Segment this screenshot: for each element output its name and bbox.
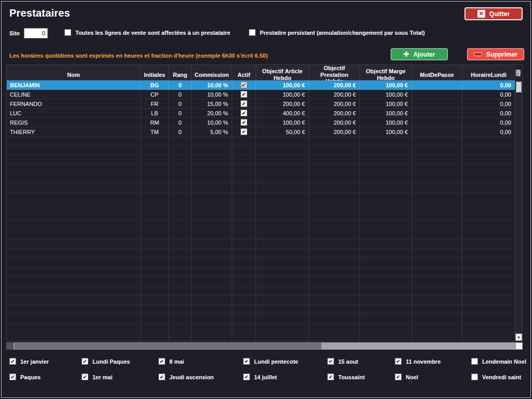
cell-obj_article[interactable] bbox=[256, 155, 309, 164]
table-row[interactable] bbox=[7, 211, 515, 221]
actif-checkbox[interactable]: ✔ bbox=[241, 91, 247, 98]
cell-commission[interactable] bbox=[192, 193, 232, 202]
cell-rang[interactable]: 0 bbox=[169, 118, 192, 127]
holiday-checkbox-noel[interactable]: ✔Noel bbox=[395, 374, 471, 380]
cell-rang[interactable]: 0 bbox=[169, 90, 192, 99]
checkbox-icon[interactable]: ✔ bbox=[158, 358, 165, 365]
cell-motdepasse[interactable] bbox=[412, 240, 462, 248]
table-row[interactable] bbox=[7, 249, 515, 258]
cell-rang[interactable] bbox=[169, 174, 192, 183]
cell-horaire_lundi[interactable] bbox=[462, 202, 515, 211]
cell-actif[interactable] bbox=[232, 305, 256, 314]
cell-rang[interactable] bbox=[169, 211, 192, 220]
cell-obj_article[interactable]: 100,00 € bbox=[256, 81, 309, 89]
cell-motdepasse[interactable] bbox=[412, 286, 462, 295]
cell-rang[interactable] bbox=[169, 146, 192, 155]
cell-obj_marge[interactable] bbox=[360, 314, 412, 323]
cell-rang[interactable] bbox=[169, 305, 192, 314]
table-row[interactable] bbox=[7, 305, 515, 314]
cell-nom[interactable]: THIERRY bbox=[7, 127, 141, 136]
cell-obj_article[interactable]: 400,00 € bbox=[256, 109, 309, 117]
cell-obj_prestation[interactable] bbox=[309, 230, 360, 239]
cell-commission[interactable] bbox=[192, 230, 232, 239]
cell-obj_article[interactable] bbox=[256, 258, 309, 267]
cell-obj_prestation[interactable]: 200,00 € bbox=[309, 127, 360, 136]
cell-initiales[interactable] bbox=[141, 174, 169, 183]
cell-obj_article[interactable] bbox=[256, 277, 309, 286]
cell-rang[interactable] bbox=[169, 249, 192, 258]
cell-horaire_lundi[interactable] bbox=[462, 249, 515, 258]
holiday-checkbox-11-novembre[interactable]: ✔11 novembre bbox=[395, 358, 471, 365]
cell-horaire_lundi[interactable] bbox=[462, 268, 515, 276]
cell-obj_article[interactable] bbox=[256, 314, 309, 323]
cell-nom[interactable] bbox=[7, 155, 141, 164]
cell-obj_marge[interactable] bbox=[360, 221, 412, 230]
cell-actif[interactable] bbox=[232, 221, 256, 230]
cell-commission[interactable]: 15,00 % bbox=[192, 99, 232, 108]
cell-commission[interactable] bbox=[192, 305, 232, 314]
cell-obj_marge[interactable] bbox=[360, 249, 412, 258]
checkbox-icon[interactable]: ✔ bbox=[395, 374, 402, 380]
cell-initiales[interactable] bbox=[141, 193, 169, 202]
cell-obj_prestation[interactable] bbox=[309, 155, 360, 164]
cell-rang[interactable] bbox=[169, 333, 192, 341]
persistent-checkbox[interactable]: Prestatire persistant (annulation/change… bbox=[249, 29, 425, 36]
cell-horaire_lundi[interactable]: 0,00 bbox=[462, 127, 515, 136]
cell-obj_article[interactable] bbox=[256, 230, 309, 239]
table-row[interactable] bbox=[7, 165, 515, 174]
cell-obj_marge[interactable] bbox=[360, 230, 412, 239]
cell-rang[interactable] bbox=[169, 258, 192, 267]
checkbox-icon[interactable]: ✔ bbox=[9, 374, 16, 380]
cell-nom[interactable] bbox=[7, 193, 141, 202]
cell-actif[interactable]: ✔ bbox=[232, 81, 256, 89]
cell-obj_marge[interactable] bbox=[360, 193, 412, 202]
table-row[interactable]: CELINECP010,00 %✔100,00 €200,00 €100,00 … bbox=[7, 90, 515, 99]
cell-obj_marge[interactable] bbox=[360, 183, 412, 192]
cell-nom[interactable] bbox=[7, 268, 141, 276]
checkbox-icon[interactable] bbox=[249, 29, 256, 36]
cell-nom[interactable] bbox=[7, 221, 141, 230]
cell-actif[interactable] bbox=[232, 268, 256, 276]
checkbox-icon[interactable] bbox=[64, 29, 71, 36]
checkbox-icon[interactable]: ✔ bbox=[327, 358, 334, 365]
cell-motdepasse[interactable] bbox=[412, 165, 462, 174]
cell-rang[interactable]: 0 bbox=[169, 127, 192, 136]
cell-nom[interactable] bbox=[7, 277, 141, 286]
cell-commission[interactable]: 10,00 % bbox=[192, 81, 232, 89]
cell-motdepasse[interactable] bbox=[412, 221, 462, 230]
cell-initiales[interactable] bbox=[141, 155, 169, 164]
holiday-checkbox-paques[interactable]: ✔Paques bbox=[9, 374, 82, 380]
cell-obj_marge[interactable] bbox=[360, 324, 412, 332]
cell-commission[interactable] bbox=[192, 258, 232, 267]
cell-initiales[interactable] bbox=[141, 240, 169, 248]
cell-obj_prestation[interactable] bbox=[309, 324, 360, 332]
cell-initiales[interactable] bbox=[141, 221, 169, 230]
checkbox-icon[interactable] bbox=[471, 374, 478, 380]
cell-motdepasse[interactable] bbox=[412, 193, 462, 202]
cell-commission[interactable] bbox=[192, 165, 232, 174]
cell-initiales[interactable] bbox=[141, 333, 169, 341]
cell-actif[interactable]: ✔ bbox=[232, 127, 256, 136]
cell-rang[interactable]: 0 bbox=[169, 99, 192, 108]
delete-button[interactable]: Supprimer bbox=[467, 48, 524, 60]
cell-motdepasse[interactable] bbox=[412, 324, 462, 332]
cell-obj_marge[interactable]: 100,00 € bbox=[360, 90, 412, 99]
cell-obj_marge[interactable] bbox=[360, 240, 412, 248]
cell-initiales[interactable]: RM bbox=[141, 118, 169, 127]
cell-obj_prestation[interactable] bbox=[309, 296, 360, 304]
cell-obj_marge[interactable]: 100,00 € bbox=[360, 99, 412, 108]
cell-actif[interactable] bbox=[232, 183, 256, 192]
cell-nom[interactable] bbox=[7, 211, 141, 220]
table-row[interactable] bbox=[7, 268, 515, 277]
cell-obj_prestation[interactable] bbox=[309, 249, 360, 258]
holiday-checkbox-1er-mai[interactable]: ✔1er mai bbox=[82, 374, 158, 380]
cell-actif[interactable] bbox=[232, 174, 256, 183]
cell-initiales[interactable]: LB bbox=[141, 109, 169, 117]
cell-actif[interactable] bbox=[232, 314, 256, 323]
cell-horaire_lundi[interactable] bbox=[462, 314, 515, 323]
scroll-down-button[interactable]: ▼ bbox=[515, 334, 522, 341]
affect-all-checkbox[interactable]: Toutes les lignes de vente sont affectée… bbox=[64, 29, 230, 36]
cell-obj_marge[interactable] bbox=[360, 258, 412, 267]
cell-nom[interactable] bbox=[7, 240, 141, 248]
table-row[interactable] bbox=[7, 202, 515, 211]
